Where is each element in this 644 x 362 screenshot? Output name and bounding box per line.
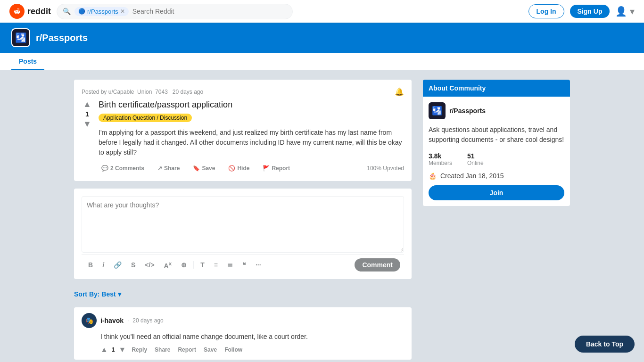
sort-button[interactable]: Sort By: Best ▾	[74, 290, 121, 298]
about-subreddit-name[interactable]: r/Passports	[449, 107, 486, 115]
about-avatar: 🛂	[429, 102, 446, 119]
main-content: Posted by u/Capable_Union_7043 20 days a…	[63, 80, 581, 360]
comment-actions: ▲ 1 ▼ Reply Share Report Save Follow	[82, 346, 404, 354]
search-icon: 🔍	[63, 8, 71, 15]
header: reddit 🔍 🔵 r/Passports ✕ Log In Sign Up …	[0, 0, 644, 23]
comment-vote-count: 1	[112, 346, 115, 353]
user-menu-icon[interactable]: 👤 ▾	[615, 6, 635, 17]
downvote-button[interactable]: ▼	[83, 120, 91, 128]
post-actions: 💬 2 Comments ↗ Share 🔖 Save 🚫	[99, 163, 404, 173]
vote-section: ▲ 1 ▼	[82, 100, 93, 173]
online-value: 51	[467, 152, 484, 160]
online-label: Online	[467, 160, 484, 166]
posted-by-text: Posted by u/Capable_Union_7043	[82, 89, 168, 95]
comments-button[interactable]: 💬 2 Comments	[99, 163, 147, 173]
subreddit-avatar: 🛂	[11, 28, 30, 47]
link-button[interactable]: 🔗	[111, 259, 124, 271]
comments-icon: 💬	[101, 165, 108, 172]
comment-follow-button[interactable]: Follow	[223, 346, 244, 354]
sort-section: Sort By: Best ▾	[74, 287, 412, 302]
comment-textarea[interactable]	[82, 196, 404, 253]
post-area: Posted by u/Capable_Union_7043 20 days a…	[74, 80, 412, 360]
spoiler-button[interactable]: ⊕	[178, 259, 190, 271]
upvote-button[interactable]: ▲	[83, 100, 91, 108]
strikethrough-button[interactable]: S	[128, 259, 138, 271]
search-bar[interactable]: 🔍 🔵 r/Passports ✕	[57, 4, 293, 19]
signup-button[interactable]: Sign Up	[570, 5, 610, 18]
comment-reply-button[interactable]: Reply	[130, 346, 149, 354]
subreddit-avatar-emoji: 🛂	[15, 32, 27, 43]
save-button[interactable]: 🔖 Save	[190, 163, 218, 173]
comment-header: 🎭 i-havok · 20 days ago	[82, 313, 404, 328]
post-content: Birth certificate/passport application A…	[99, 100, 404, 173]
heading-button[interactable]: T	[198, 259, 207, 271]
hide-icon: 🚫	[228, 165, 235, 172]
sort-chevron-icon: ▾	[118, 290, 121, 298]
code-button[interactable]: </>	[142, 259, 157, 271]
blockquote-button[interactable]: ❝	[239, 259, 249, 271]
bold-button[interactable]: B	[85, 259, 96, 271]
about-stats: 3.8k Members 51 Online	[429, 152, 564, 166]
about-subreddit-info: 🛂 r/Passports	[429, 102, 564, 119]
notification-bell-icon[interactable]: 🔔	[395, 87, 404, 96]
cake-icon: 🎂	[429, 172, 437, 180]
upvote-percentage: 100% Upvoted	[367, 165, 404, 172]
report-button[interactable]: 🚩 Report	[260, 163, 293, 173]
about-avatar-emoji: 🛂	[432, 106, 442, 116]
logo-text: reddit	[27, 7, 51, 16]
post-title: Birth certificate/passport application	[99, 100, 404, 110]
comment-text: I think you'll need an official name cha…	[82, 332, 404, 342]
about-header: About Community	[423, 80, 570, 97]
comment-time: ·	[127, 317, 129, 324]
post-flair[interactable]: Application Question / Discussion	[99, 114, 192, 122]
comment-item: 🎭 i-havok · 20 days ago I think you'll n…	[74, 307, 412, 360]
reddit-logo-icon	[9, 4, 25, 19]
comment-toolbar: B i 🔗 S </> Ax ⊕ T ≡ ≣ ❝ ··· Comment	[82, 254, 404, 272]
share-icon: ↗	[157, 165, 162, 172]
members-label: Members	[429, 160, 452, 166]
italic-button[interactable]: i	[99, 259, 107, 271]
hide-button[interactable]: 🚫 Hide	[225, 163, 252, 173]
post-meta: Posted by u/Capable_Union_7043 20 days a…	[82, 89, 203, 95]
search-tag[interactable]: 🔵 r/Passports ✕	[74, 7, 129, 16]
created-text: Created Jan 18, 2015	[440, 172, 504, 180]
sidebar: About Community 🛂 r/Passports Ask questi…	[423, 80, 570, 360]
post-time: 20 days ago	[173, 89, 203, 95]
comment-author[interactable]: i-havok	[100, 317, 124, 324]
about-description: Ask questions about applications, travel…	[429, 125, 564, 145]
back-to-top-button[interactable]: Back to Top	[575, 336, 635, 353]
numbered-button[interactable]: ≣	[224, 259, 236, 271]
search-input[interactable]	[132, 8, 287, 15]
share-button[interactable]: ↗ Share	[155, 163, 182, 173]
superscript-button[interactable]: Ax	[161, 258, 175, 272]
comment-avatar-emoji: 🎭	[85, 317, 93, 324]
comment-box: B i 🔗 S </> Ax ⊕ T ≡ ≣ ❝ ··· Comment	[74, 189, 412, 279]
about-body: 🛂 r/Passports Ask questions about applic…	[423, 97, 570, 206]
post-header: Posted by u/Capable_Union_7043 20 days a…	[82, 87, 404, 96]
join-button[interactable]: Join	[429, 185, 564, 200]
subreddit-nav: Posts	[0, 53, 644, 70]
subreddit-title: r/Passports	[36, 33, 88, 43]
comment-share-button[interactable]: Share	[153, 346, 172, 354]
comment-upvote-button[interactable]: ▲	[100, 346, 108, 354]
nav-tab-posts[interactable]: Posts	[11, 53, 44, 70]
comment-save-button[interactable]: Save	[202, 346, 219, 354]
login-button[interactable]: Log In	[528, 4, 564, 18]
bullets-button[interactable]: ≡	[211, 259, 221, 271]
comment-downvote-button[interactable]: ▼	[119, 346, 126, 354]
sort-label: Sort By: Best	[74, 290, 116, 298]
logo[interactable]: reddit	[9, 4, 51, 19]
report-icon: 🚩	[263, 165, 270, 172]
about-community-card: About Community 🛂 r/Passports Ask questi…	[423, 80, 570, 206]
tag-icon: 🔵	[78, 8, 85, 15]
comment-report-button[interactable]: Report	[176, 346, 198, 354]
subreddit-banner: 🛂 r/Passports	[0, 23, 644, 53]
more-button[interactable]: ···	[253, 259, 264, 271]
comment-submit-button[interactable]: Comment	[355, 258, 400, 272]
comment-avatar: 🎭	[82, 313, 97, 328]
toolbar-separator	[193, 261, 194, 269]
post-body: ▲ 1 ▼ Birth certificate/passport applica…	[82, 100, 404, 173]
tag-close-icon[interactable]: ✕	[120, 8, 125, 15]
comments-label: 2 Comments	[110, 165, 144, 172]
about-created: 🎂 Created Jan 18, 2015	[429, 172, 564, 180]
